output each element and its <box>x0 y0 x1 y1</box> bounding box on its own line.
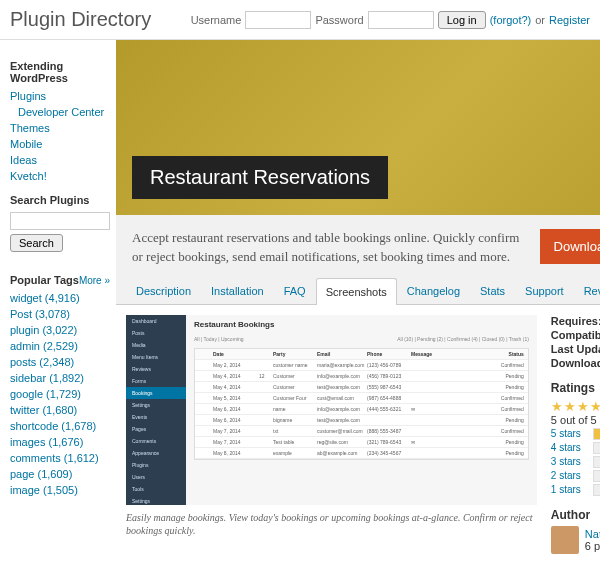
author-link[interactable]: NateWr <box>585 528 600 540</box>
tag-shortcode[interactable]: shortcode (1,678) <box>10 420 96 432</box>
nav-kvetch-[interactable]: Kvetch! <box>10 170 47 182</box>
main-content: Restaurant Reservations Accept restauran… <box>116 40 600 564</box>
search-input[interactable] <box>10 212 110 230</box>
plugin-summary: Accept restaurant reservations and table… <box>132 229 526 267</box>
login-button[interactable]: Log in <box>438 11 486 29</box>
nav-mobile[interactable]: Mobile <box>10 138 42 150</box>
plugin-name: Restaurant Reservations <box>132 156 388 199</box>
tag-google[interactable]: google (1,729) <box>10 388 81 400</box>
tab-changelog[interactable]: Changelog <box>397 277 470 304</box>
tag-Post[interactable]: Post (3,078) <box>10 308 70 320</box>
rating-filter[interactable]: 5 stars <box>551 428 587 439</box>
screenshot-image: DashboardPostsMediaMenu ItemsReviewsForm… <box>126 315 537 505</box>
tab-screenshots[interactable]: Screenshots <box>316 278 397 305</box>
tag-widget[interactable]: widget (4,916) <box>10 292 80 304</box>
tag-twitter[interactable]: twitter (1,680) <box>10 404 77 416</box>
screenshot-caption: Easily manage bookings. View today's boo… <box>126 511 537 537</box>
forgot-link[interactable]: (forgot?) <box>490 14 532 26</box>
username-label: Username <box>191 14 242 26</box>
tab-description[interactable]: Description <box>126 277 201 304</box>
popular-tags-heading: Popular Tags <box>10 274 79 286</box>
password-label: Password <box>315 14 363 26</box>
plugin-tabs: DescriptionInstallationFAQScreenshotsCha… <box>116 277 600 305</box>
nav-list: PluginsDeveloper CenterThemesMobileIdeas… <box>10 88 110 184</box>
rating-filter[interactable]: 2 stars <box>551 470 587 481</box>
nav-developer-center[interactable]: Developer Center <box>18 106 104 118</box>
tag-image[interactable]: image (1,505) <box>10 484 78 496</box>
tag-images[interactable]: images (1,676) <box>10 436 83 448</box>
tag-posts[interactable]: posts (2,348) <box>10 356 74 368</box>
tab-installation[interactable]: Installation <box>201 277 274 304</box>
tag-comments[interactable]: comments (1,612) <box>10 452 99 464</box>
username-input[interactable] <box>245 11 311 29</box>
rating-filter[interactable]: 1 stars <box>551 484 587 495</box>
search-button[interactable]: Search <box>10 234 63 252</box>
extend-heading: Extending WordPress <box>10 60 110 84</box>
nav-themes[interactable]: Themes <box>10 122 50 134</box>
tab-stats[interactable]: Stats <box>470 277 515 304</box>
tag-list: widget (4,916)Post (3,078)plugin (3,022)… <box>10 290 110 498</box>
author-avatar <box>551 526 579 554</box>
tab-faq[interactable]: FAQ <box>274 277 316 304</box>
password-input[interactable] <box>368 11 434 29</box>
wheat-icon <box>521 40 600 215</box>
nav-ideas[interactable]: Ideas <box>10 154 37 166</box>
register-link[interactable]: Register <box>549 14 590 26</box>
tag-sidebar[interactable]: sidebar (1,892) <box>10 372 84 384</box>
rating-filter[interactable]: 4 stars <box>551 442 587 453</box>
tag-page[interactable]: page (1,609) <box>10 468 72 480</box>
download-button[interactable]: Download Version 1.2.3 <box>540 229 600 264</box>
star-icons: ★★★★★ <box>551 399 600 414</box>
author-heading: Author <box>551 508 600 522</box>
rating-filter[interactable]: 3 stars <box>551 456 587 467</box>
plugin-banner: Restaurant Reservations <box>116 40 600 215</box>
more-tags-link[interactable]: More » <box>79 275 110 286</box>
sidebar: Extending WordPress PluginsDeveloper Cen… <box>0 40 116 564</box>
login-bar: Username Password Log in (forgot?) or Re… <box>191 11 590 29</box>
ratings-heading: Ratings <box>551 381 600 395</box>
page-title: Plugin Directory <box>10 8 191 31</box>
tag-plugin[interactable]: plugin (3,022) <box>10 324 77 336</box>
rating-summary: 5 out of 5 stars <box>551 414 600 426</box>
search-heading: Search Plugins <box>10 194 110 206</box>
tag-admin[interactable]: admin (2,529) <box>10 340 78 352</box>
page-header: Plugin Directory Username Password Log i… <box>0 0 600 40</box>
nav-plugins[interactable]: Plugins <box>10 90 46 102</box>
tab-support[interactable]: Support <box>515 277 574 304</box>
plugin-meta: Requires: 3.8 or higher Compatible up to… <box>551 315 600 554</box>
tab-reviews[interactable]: Reviews <box>574 277 600 304</box>
author-plugin-count: 6 plugins <box>585 540 600 552</box>
